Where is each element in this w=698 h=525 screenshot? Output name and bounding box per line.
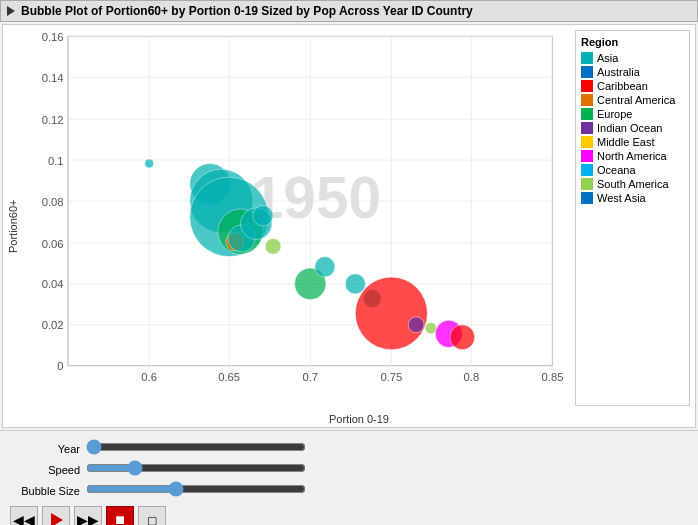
speed-slider-container — [86, 460, 306, 479]
legend-item-label: Middle East — [597, 136, 654, 148]
bubble — [145, 159, 154, 168]
record-icon: ▢ — [147, 514, 157, 525]
step-back-button[interactable]: ◀◀ — [10, 506, 38, 525]
svg-text:0.12: 0.12 — [42, 114, 64, 126]
play-icon — [51, 513, 63, 525]
stop-icon: ■ — [115, 511, 125, 525]
y-axis-label: Portion60+ — [3, 25, 23, 427]
chart-title: Bubble Plot of Portion60+ by Portion 0-1… — [21, 4, 473, 18]
legend-color-swatch — [581, 80, 593, 92]
bubble-size-slider[interactable] — [86, 481, 306, 497]
year-slider-container — [86, 439, 306, 458]
svg-text:0.02: 0.02 — [42, 319, 64, 331]
bubble — [408, 317, 424, 333]
legend-item: Middle East — [581, 136, 684, 148]
svg-text:0.7: 0.7 — [302, 371, 318, 383]
legend-item: Indian Ocean — [581, 122, 684, 134]
step-back-icon: ◀◀ — [13, 512, 35, 525]
svg-text:0: 0 — [57, 360, 63, 372]
svg-text:0.16: 0.16 — [42, 31, 64, 43]
legend-item-label: North America — [597, 150, 667, 162]
legend-color-swatch — [581, 150, 593, 162]
svg-text:0.65: 0.65 — [218, 371, 240, 383]
legend-item-label: Australia — [597, 66, 640, 78]
legend-item: Australia — [581, 66, 684, 78]
playback-controls: ◀◀ ▶▶ ■ ▢ — [10, 506, 688, 525]
play-button[interactable] — [42, 506, 70, 525]
year-label: Year — [10, 443, 80, 455]
legend-color-swatch — [581, 122, 593, 134]
legend-color-swatch — [581, 136, 593, 148]
svg-text:0.06: 0.06 — [42, 237, 64, 249]
bubble — [253, 206, 273, 226]
legend-item: Oceana — [581, 164, 684, 176]
legend-color-swatch — [581, 178, 593, 190]
svg-text:0.6: 0.6 — [141, 371, 157, 383]
svg-text:0.75: 0.75 — [380, 371, 402, 383]
bubble — [450, 325, 475, 350]
legend-title: Region — [581, 36, 684, 48]
legend-item-label: Oceana — [597, 164, 636, 176]
bubble — [345, 274, 365, 294]
bubble-size-slider-container — [86, 481, 306, 500]
bubble — [265, 238, 281, 254]
legend-item-label: Asia — [597, 52, 618, 64]
svg-text:0.85: 0.85 — [542, 371, 564, 383]
legend-item: Caribbean — [581, 80, 684, 92]
legend-color-swatch — [581, 108, 593, 120]
bubble — [425, 322, 436, 333]
svg-text:0.08: 0.08 — [42, 195, 64, 207]
step-forward-button[interactable]: ▶▶ — [74, 506, 102, 525]
chart-plot: 0.16 0.14 0.12 0.1 0.08 0.06 0.04 0.02 0… — [23, 25, 575, 411]
legend-item-label: South America — [597, 178, 669, 190]
legend-item-label: Indian Ocean — [597, 122, 662, 134]
legend-item: West Asia — [581, 192, 684, 204]
legend-item: South America — [581, 178, 684, 190]
legend-color-swatch — [581, 66, 593, 78]
legend: Region AsiaAustraliaCaribbeanCentral Ame… — [575, 30, 690, 406]
legend-color-swatch — [581, 94, 593, 106]
bubble — [355, 277, 427, 350]
legend-item: North America — [581, 150, 684, 162]
x-axis-label: Portion 0-19 — [23, 411, 695, 427]
collapse-icon[interactable] — [7, 6, 15, 16]
svg-text:0.8: 0.8 — [464, 371, 480, 383]
step-forward-icon: ▶▶ — [77, 512, 99, 525]
legend-item: Central America — [581, 94, 684, 106]
stop-button[interactable]: ■ — [106, 506, 134, 525]
legend-color-swatch — [581, 164, 593, 176]
legend-item-label: Europe — [597, 108, 632, 120]
legend-item: Europe — [581, 108, 684, 120]
speed-slider[interactable] — [86, 460, 306, 476]
svg-text:0.14: 0.14 — [42, 72, 64, 84]
bubble-size-label: Bubble Size — [10, 485, 80, 497]
svg-text:0.04: 0.04 — [42, 278, 64, 290]
bubble — [315, 257, 335, 277]
record-button[interactable]: ▢ — [138, 506, 166, 525]
legend-item-label: Central America — [597, 94, 675, 106]
legend-item-label: West Asia — [597, 192, 646, 204]
svg-text:0.1: 0.1 — [48, 155, 64, 167]
legend-color-swatch — [581, 192, 593, 204]
speed-label: Speed — [10, 464, 80, 476]
legend-color-swatch — [581, 52, 593, 64]
legend-item-label: Caribbean — [597, 80, 648, 92]
controls-panel: Year Speed Bubble Size ◀◀ ▶▶ — [0, 430, 698, 525]
year-slider[interactable] — [86, 439, 306, 455]
legend-item: Asia — [581, 52, 684, 64]
